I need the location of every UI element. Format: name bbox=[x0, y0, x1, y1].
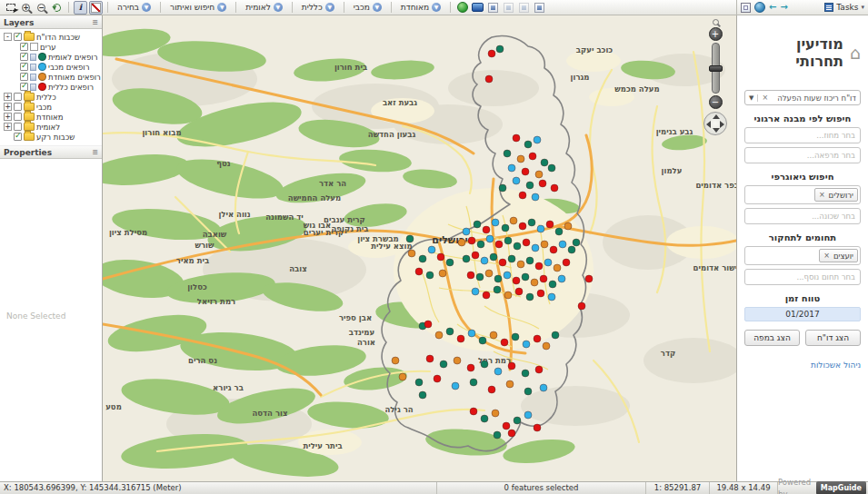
clinic-dot[interactable] bbox=[526, 257, 534, 264]
show-on-map-button[interactable]: הצג במפה bbox=[744, 330, 800, 346]
clinic-dot[interactable] bbox=[578, 302, 585, 310]
geo-tag-chip[interactable]: ירושלים × bbox=[814, 188, 858, 202]
clear-icon[interactable]: × bbox=[762, 94, 768, 102]
chevron-down-icon[interactable]: ▼ bbox=[749, 94, 758, 102]
clinic-dot[interactable] bbox=[476, 273, 484, 281]
manage-clusters-link[interactable]: ניהול אשכולות bbox=[744, 361, 861, 370]
clinic-dot[interactable] bbox=[483, 291, 490, 299]
clinic-dot[interactable] bbox=[458, 239, 465, 246]
pan-up-icon[interactable] bbox=[713, 114, 720, 119]
clinic-dot[interactable] bbox=[504, 150, 511, 157]
clinic-dot[interactable] bbox=[504, 237, 512, 244]
clinic-dot[interactable] bbox=[514, 242, 521, 250]
zoom-slider-track[interactable] bbox=[712, 43, 720, 94]
layer-checkbox[interactable] bbox=[14, 123, 22, 131]
map-canvas[interactable]: כוכב יעקבמגרוןמעלה מכמשבית חורוןגבעת זאב… bbox=[103, 15, 736, 481]
clinic-dot[interactable] bbox=[468, 330, 475, 337]
screen-icon-button[interactable] bbox=[471, 1, 484, 15]
toolbar-menu[interactable]: מכבי▼ bbox=[349, 1, 386, 15]
clinic-dot[interactable] bbox=[512, 333, 519, 341]
geo-tagbox[interactable]: ירושלים × bbox=[744, 185, 861, 204]
layer-group-row[interactable]: שכבות רקע bbox=[2, 132, 100, 142]
clinic-dot[interactable] bbox=[486, 235, 494, 242]
clinic-dot[interactable] bbox=[481, 361, 488, 368]
toolbar-menu[interactable]: לאומית▼ bbox=[241, 1, 287, 15]
expand-icon[interactable]: + bbox=[4, 93, 12, 101]
clinic-dot[interactable] bbox=[526, 293, 534, 301]
clinic-dot[interactable] bbox=[519, 192, 526, 199]
clinic-dot[interactable] bbox=[481, 415, 488, 422]
clinic-dot[interactable] bbox=[552, 331, 559, 339]
zoom-in-icon-button[interactable]: + bbox=[19, 1, 33, 15]
clinic-dot[interactable] bbox=[534, 136, 541, 143]
clinic-dot[interactable] bbox=[492, 410, 499, 417]
clinic-dot[interactable] bbox=[517, 155, 524, 163]
clinic-dot[interactable] bbox=[503, 422, 510, 430]
clinic-dot[interactable] bbox=[467, 272, 474, 279]
domain-tag-chip[interactable]: יועצים × bbox=[819, 249, 858, 262]
clinic-dot[interactable] bbox=[544, 259, 552, 266]
clinic-dot[interactable] bbox=[551, 184, 558, 192]
clinic-dot[interactable] bbox=[454, 357, 461, 364]
domain-field[interactable] bbox=[744, 269, 861, 285]
show-report-button[interactable]: הצג דו"ח bbox=[805, 330, 861, 346]
clinic-dot[interactable] bbox=[494, 275, 502, 282]
clinic-dot[interactable] bbox=[496, 45, 504, 53]
clinic-dot[interactable] bbox=[563, 259, 570, 266]
clinic-dot[interactable] bbox=[519, 222, 526, 230]
home-icon[interactable]: ⌂ bbox=[850, 43, 861, 63]
clinic-dot[interactable] bbox=[437, 253, 444, 261]
layer-row[interactable]: ערים bbox=[2, 42, 100, 52]
clinic-dot[interactable] bbox=[499, 259, 506, 266]
clinic-dot[interactable] bbox=[428, 246, 435, 253]
clinic-dot[interactable] bbox=[526, 182, 534, 189]
remove-tag-icon[interactable]: × bbox=[819, 191, 825, 199]
remove-tag-icon[interactable]: × bbox=[823, 252, 830, 260]
zoom-in-button[interactable]: + bbox=[709, 27, 723, 41]
clinic-dot[interactable] bbox=[550, 246, 557, 253]
layer-checkbox[interactable] bbox=[14, 133, 22, 141]
clinic-dot[interactable] bbox=[439, 270, 446, 277]
clinic-dot[interactable] bbox=[523, 239, 530, 246]
clinic-dot[interactable] bbox=[546, 221, 554, 228]
clinic-dot[interactable] bbox=[508, 430, 515, 437]
pan-down-icon[interactable] bbox=[713, 128, 720, 133]
clinic-dot[interactable] bbox=[532, 244, 539, 252]
clinic-dot[interactable] bbox=[483, 226, 490, 233]
clinic-dot[interactable] bbox=[539, 180, 546, 187]
refresh-icon-button[interactable] bbox=[50, 1, 64, 15]
expand-icon[interactable]: + bbox=[4, 123, 12, 131]
clinic-dot[interactable] bbox=[470, 379, 477, 386]
clinic-dot[interactable] bbox=[535, 262, 543, 270]
clinic-dot[interactable] bbox=[510, 217, 517, 224]
clinic-dot[interactable] bbox=[559, 241, 566, 248]
clinic-dot[interactable] bbox=[392, 357, 399, 364]
clinic-dot[interactable] bbox=[399, 373, 406, 380]
clinic-field[interactable] bbox=[744, 147, 861, 163]
clinic-dot[interactable] bbox=[488, 50, 495, 57]
clinic-dot[interactable] bbox=[406, 235, 414, 242]
clinic-dot[interactable] bbox=[517, 261, 524, 268]
domains-tagbox[interactable]: יועצים × bbox=[744, 246, 861, 265]
clinic-dot[interactable] bbox=[494, 368, 502, 375]
expand-icon[interactable]: + bbox=[4, 113, 12, 121]
clinic-dot[interactable] bbox=[541, 159, 548, 166]
about-icon-button[interactable] bbox=[533, 1, 546, 15]
layer-group-row[interactable]: +כללית bbox=[2, 92, 100, 102]
clinic-dot[interactable] bbox=[452, 382, 459, 390]
clinic-dot[interactable] bbox=[472, 288, 479, 295]
clinic-dot[interactable] bbox=[504, 291, 512, 299]
clinic-dot[interactable] bbox=[548, 164, 555, 172]
layer-row[interactable]: רופאים מאוחדת bbox=[2, 72, 100, 82]
clinic-dot[interactable] bbox=[477, 241, 484, 248]
properties-panel-header[interactable]: Properties ≡ bbox=[0, 145, 102, 159]
clinic-dot[interactable] bbox=[531, 279, 538, 286]
time-range-value[interactable]: 01/2017 bbox=[744, 307, 861, 321]
toolbar-menu[interactable]: חיפוש ואיתור▼ bbox=[165, 1, 231, 15]
layer-group-row[interactable]: +מאוחדת bbox=[2, 112, 100, 122]
map-viewport[interactable]: כוכב יעקבמגרוןמעלה מכמשבית חורוןגבעת זאב… bbox=[103, 15, 736, 481]
clinic-dot[interactable] bbox=[515, 288, 523, 295]
clinic-dot[interactable] bbox=[467, 364, 474, 371]
pan-left-icon[interactable] bbox=[706, 121, 711, 128]
clinic-dot[interactable] bbox=[558, 275, 565, 282]
